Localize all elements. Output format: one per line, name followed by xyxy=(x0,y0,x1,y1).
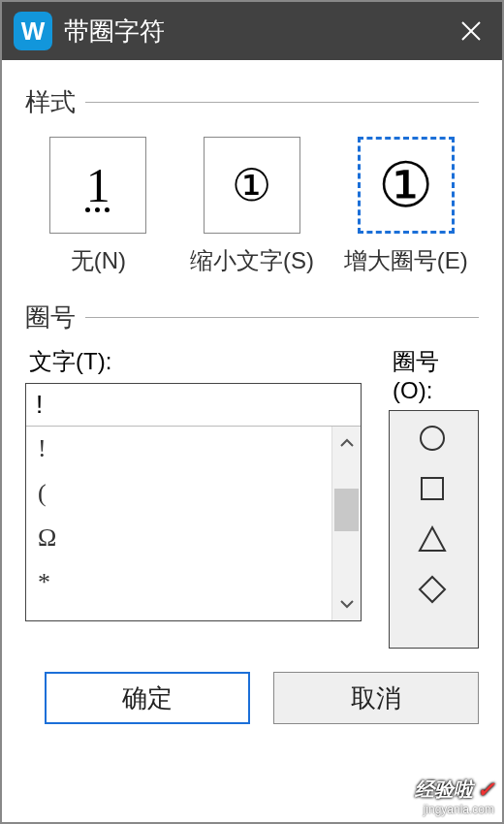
shape-label: 圈号(O): xyxy=(393,346,479,404)
list-item[interactable]: ! xyxy=(36,427,322,471)
svg-marker-4 xyxy=(420,527,445,551)
enclose-legend: 圈号 xyxy=(25,301,85,334)
chevron-down-icon xyxy=(340,599,354,609)
text-column: 文字(T): ! ( Ω * xyxy=(25,346,362,649)
scroll-thumb[interactable] xyxy=(334,489,359,531)
dialog-content: 样式 1 无(N) ① 缩小文字(S) ① xyxy=(2,60,502,822)
app-icon: W xyxy=(14,12,52,50)
text-list-wrap: ! ( Ω * xyxy=(26,427,361,620)
close-icon xyxy=(460,20,482,42)
text-label: 文字(T): xyxy=(29,346,362,377)
style-option-shrink[interactable]: ① 缩小文字(S) xyxy=(184,137,320,275)
style-option-enlarge[interactable]: ① 增大圈号(E) xyxy=(338,137,474,275)
enclose-groupbox: 圈号 文字(T): ! ( Ω * xyxy=(25,301,479,649)
list-item[interactable]: * xyxy=(36,560,322,605)
window-title: 带圈字符 xyxy=(64,15,452,48)
style-groupbox: 样式 1 无(N) ① 缩小文字(S) ① xyxy=(25,85,479,275)
shape-option-circle[interactable] xyxy=(415,421,450,456)
style-tile-shrink: ① xyxy=(204,137,300,234)
shape-column: 圈号(O): xyxy=(389,346,479,649)
style-label-shrink: 缩小文字(S) xyxy=(190,245,314,275)
style-legend: 样式 xyxy=(25,85,85,119)
scrollbar[interactable] xyxy=(331,427,361,620)
ok-button[interactable]: 确定 xyxy=(45,672,250,724)
style-label-enlarge: 增大圈号(E) xyxy=(344,245,468,275)
list-item[interactable]: Ω xyxy=(36,516,322,560)
scroll-down-button[interactable] xyxy=(332,587,361,620)
close-button[interactable] xyxy=(452,12,490,50)
text-input[interactable] xyxy=(26,384,361,427)
triangle-icon xyxy=(418,524,447,554)
style-glyph-enlarge: ① xyxy=(378,149,433,222)
shape-option-triangle[interactable] xyxy=(415,522,450,556)
scroll-track[interactable] xyxy=(332,460,361,587)
shape-option-square[interactable] xyxy=(415,471,450,506)
shape-listbox[interactable] xyxy=(389,410,479,649)
titlebar: W 带圈字符 xyxy=(2,2,502,60)
text-option-list[interactable]: ! ( Ω * xyxy=(26,427,331,620)
square-icon xyxy=(418,474,447,503)
circle-icon xyxy=(418,424,447,453)
text-combobox: ! ( Ω * xyxy=(25,383,362,621)
svg-point-2 xyxy=(421,427,444,450)
style-glyph-shrink: ① xyxy=(232,159,271,211)
enclose-row: 文字(T): ! ( Ω * xyxy=(25,346,479,649)
style-tile-none: 1 xyxy=(49,137,146,234)
diamond-icon xyxy=(418,575,447,604)
button-row: 确定 取消 xyxy=(25,672,479,724)
shape-option-diamond[interactable] xyxy=(415,572,450,607)
list-item[interactable]: ( xyxy=(36,471,322,516)
dialog-window: W 带圈字符 样式 1 无(N) ① xyxy=(0,0,504,824)
style-label-none: 无(N) xyxy=(71,245,126,275)
scroll-up-button[interactable] xyxy=(332,427,361,460)
style-option-none[interactable]: 1 无(N) xyxy=(30,137,166,275)
svg-marker-5 xyxy=(420,577,445,602)
chevron-up-icon xyxy=(340,438,354,448)
cancel-button[interactable]: 取消 xyxy=(273,672,479,724)
style-options-row: 1 无(N) ① 缩小文字(S) ① 增大圈号(E) xyxy=(25,137,479,275)
svg-rect-3 xyxy=(422,478,443,499)
style-tile-enlarge: ① xyxy=(358,137,455,234)
style-glyph-none: 1 xyxy=(86,157,110,213)
